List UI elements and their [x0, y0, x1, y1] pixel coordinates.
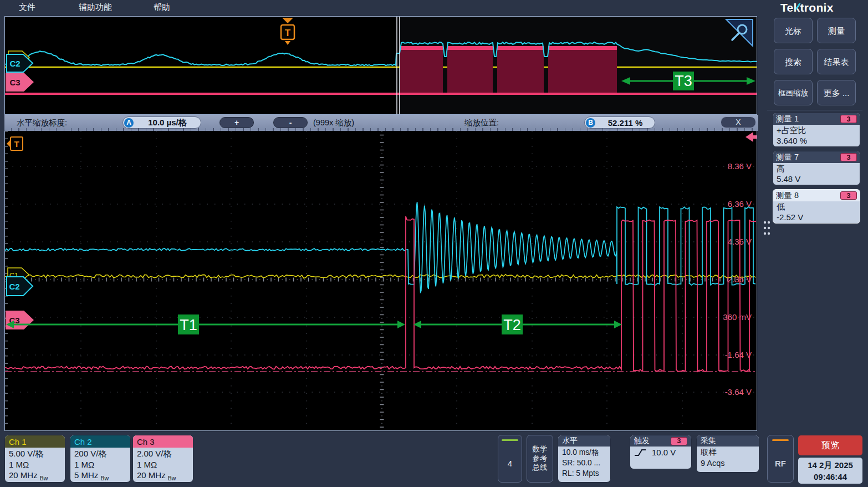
measurement-8-source-chip: 3: [840, 191, 857, 200]
trigger-header: 触发 3: [630, 435, 691, 447]
menu-file[interactable]: 文件: [19, 2, 35, 13]
zoom-position-label: 缩放位置:: [464, 118, 499, 128]
measurement-badge-7[interactable]: 测量 7 3 高 5.48 V: [773, 151, 860, 185]
bottom-bar: Ch 1 5.00 V/格 1 MΩ 20 MHz Bw Ch 2 200 V/…: [0, 432, 868, 487]
date-label: 14 2月 2025: [798, 459, 862, 471]
ch3-settings: 2.00 V/格 1 MΩ 20 MHz Bw: [133, 448, 193, 483]
zoom-scale-value: 10.0 µs/格: [139, 118, 196, 128]
trigger-settings: 10.0 V: [630, 447, 691, 459]
ch4-accent-line: [502, 439, 518, 441]
rf-badge[interactable]: RF: [767, 435, 794, 483]
zoom-scale-label: 水平缩放标度:: [17, 118, 67, 128]
zoom-close-button[interactable]: X: [721, 116, 756, 128]
svg-text:C2: C2: [9, 59, 20, 68]
zoom-toolbar: 水平缩放标度: A 10.0 µs/格 + - (999x 缩放) 缩放位置: …: [4, 115, 758, 131]
menu-help[interactable]: 帮助: [154, 2, 170, 13]
trigger-source-chip: 3: [671, 437, 687, 445]
ch1-header: Ch 1: [5, 435, 65, 448]
graticule-grid: [5, 131, 757, 430]
trigger-level-label: T: [14, 139, 19, 149]
box-zoom-button[interactable]: 框画缩放: [774, 80, 813, 105]
acquisition-header: 采集: [697, 435, 759, 447]
measurement-7-title: 测量 7: [776, 152, 799, 163]
sidebar-divider: [767, 110, 862, 110]
t3-label: T3: [675, 73, 692, 89]
acquisition-badge[interactable]: 采集 取样 9 Acqs: [696, 435, 759, 473]
t1-annotation: T1: [6, 314, 405, 334]
measurement-7-header: 测量 7 3: [773, 151, 860, 163]
t2-label: T2: [503, 317, 521, 333]
overview-trigger-marker[interactable]: T: [281, 18, 294, 45]
datetime-display[interactable]: 14 2月 2025 09:46:44: [798, 458, 862, 484]
trigger-t-label: T: [285, 28, 291, 38]
measurement-8-title: 测量 8: [776, 190, 799, 201]
horizontal-badge[interactable]: 水平 10.0 ms/格 SR: 50.0 ... RL: 5 Mpts: [558, 435, 611, 483]
knob-b-icon: B: [586, 118, 595, 128]
t2-annotation: T2: [413, 314, 622, 334]
main-svg: 8.36 V 6.36 V 4.36 V 2.36 V 360 mV -1.64…: [5, 131, 757, 430]
zoom-out-button[interactable]: -: [273, 117, 308, 128]
main-waveform-panel[interactable]: 8.36 V 6.36 V 4.36 V 2.36 V 360 mV -1.64…: [4, 131, 757, 431]
measure-button[interactable]: 测量: [817, 18, 856, 43]
rf-accent-line: [772, 439, 789, 441]
acquisition-settings: 取样 9 Acqs: [697, 447, 759, 469]
trigger-level-offscreen-arrow[interactable]: [746, 132, 757, 142]
math-ref-bus-button[interactable]: 数学 参考 总线: [527, 435, 553, 483]
svg-text:360 mV: 360 mV: [723, 312, 752, 322]
menu-bar: 文件 辅助功能 帮助: [0, 0, 760, 16]
overview-channel-flags: C1 C2 C3: [6, 51, 34, 92]
preview-button[interactable]: 预览: [798, 435, 862, 455]
ch3-header: Ch 3: [133, 435, 193, 448]
t2-arrow-left-icon: [413, 321, 421, 328]
trigger-badge[interactable]: 触发 3 10.0 V: [630, 435, 692, 469]
zoom-position-knob[interactable]: B 52.211 %: [584, 116, 655, 129]
measurement-1-title: 测量 1: [776, 114, 799, 124]
results-table-button[interactable]: 结果表: [817, 49, 856, 74]
horizontal-settings: 10.0 ms/格 SR: 50.0 ... RL: 5 Mpts: [558, 447, 610, 479]
svg-text:C2: C2: [9, 282, 19, 291]
ch2-badge[interactable]: Ch 2 200 V/格 1 MΩ 5 MHz Bw: [70, 435, 131, 483]
trigger-position-arrow-icon: [282, 18, 293, 23]
measurement-1-source-chip: 3: [840, 115, 857, 123]
panel-drag-handle[interactable]: [763, 220, 770, 240]
measurement-badge-8[interactable]: 测量 8 3 低 -2.52 V: [773, 189, 860, 224]
burst-blocks: [400, 46, 617, 93]
svg-text:-1.64 V: -1.64 V: [725, 350, 752, 359]
measurement-badge-1[interactable]: 测量 1 3 +占空比 3.640 %: [773, 113, 860, 147]
search-button[interactable]: 搜索: [774, 49, 813, 74]
measurement-7-body: 高 5.48 V: [773, 163, 860, 184]
knob-a-icon: A: [124, 118, 134, 128]
rising-edge-icon: [634, 448, 646, 458]
t2-arrow-right-icon: [614, 321, 622, 328]
more-button[interactable]: 更多 ...: [817, 80, 856, 105]
rf-label: RF: [768, 459, 793, 468]
main-trigger-marker[interactable]: T: [7, 137, 23, 150]
zoom-position-value: 52.211 %: [600, 118, 650, 128]
time-label: 09:46:44: [798, 471, 862, 483]
t1-arrow-right-icon: [397, 321, 405, 328]
measurement-8-body: 低 -2.52 V: [773, 201, 860, 222]
waveform-overview-panel[interactable]: T T3 C1 C2 C3: [4, 16, 757, 115]
menu-utility[interactable]: 辅助功能: [79, 2, 112, 13]
oscilloscope-screen: 文件 辅助功能 帮助 T T3: [0, 0, 868, 487]
cursors-button[interactable]: 光标: [774, 18, 813, 43]
zoom-factor-label: (999x 缩放): [313, 118, 354, 128]
measurement-1-body: +占空比 3.640 %: [773, 125, 860, 146]
main-channel-flags: C1 C2 C3: [6, 268, 34, 329]
ch4-badge[interactable]: 4: [498, 435, 522, 483]
ch2-header: Ch 2: [70, 435, 130, 448]
tektronix-logo: Tektronix: [780, 1, 834, 14]
measurement-7-source-chip: 3: [840, 153, 857, 161]
trigger-t-tail-icon: [285, 41, 290, 45]
t1-label: T1: [180, 317, 197, 333]
measurement-1-header: 测量 1 3: [773, 113, 860, 125]
svg-text:8.36 V: 8.36 V: [728, 161, 752, 171]
ch3-badge[interactable]: Ch 3 2.00 V/格 1 MΩ 20 MHz Bw: [132, 435, 193, 483]
zoom-in-button[interactable]: +: [219, 117, 254, 128]
ch1-badge[interactable]: Ch 1 5.00 V/格 1 MΩ 20 MHz Bw: [4, 435, 65, 483]
zoom-scale-knob[interactable]: A 10.0 µs/格: [122, 116, 201, 129]
right-sidebar: Tektronix 光标 测量 搜索 结果表 框画缩放 更多 ... 测量 1 …: [760, 0, 868, 487]
voltage-axis-labels: 8.36 V 6.36 V 4.36 V 2.36 V 360 mV -1.64…: [723, 161, 752, 397]
svg-text:C3: C3: [9, 78, 20, 87]
ch2-settings: 200 V/格 1 MΩ 5 MHz Bw: [70, 448, 130, 483]
